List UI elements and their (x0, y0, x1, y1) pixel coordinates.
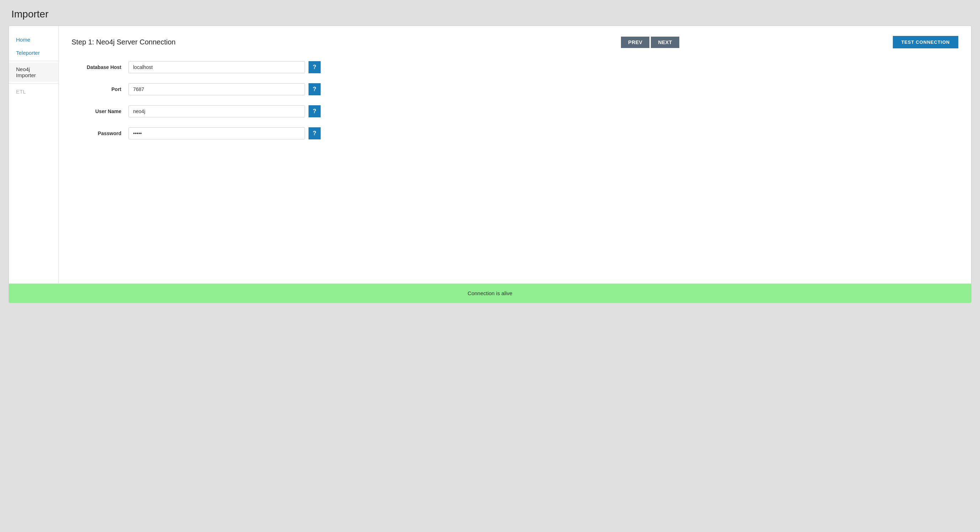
sidebar-item-neo4j-importer[interactable]: Neo4j Importer (9, 63, 58, 82)
label-user-name: User Name (72, 108, 129, 114)
step-nav-buttons: PREV NEXT (621, 37, 679, 48)
help-button-user-name[interactable]: ? (309, 105, 321, 118)
main-container: Home Teleporter Neo4j Importer ETL Step … (8, 25, 972, 303)
form-row-password: Password ? (72, 127, 321, 140)
label-password: Password (72, 130, 129, 136)
top-right-actions: TEST CONNECTION (893, 36, 958, 48)
form-section: Database Host ? Port ? User Name ? (72, 61, 321, 140)
sidebar-item-home-label: Home (16, 37, 30, 43)
main-content: Step 1: Neo4j Server Connection PREV NEX… (59, 26, 971, 283)
form-row-database-host: Database Host ? (72, 61, 321, 73)
label-port: Port (72, 86, 129, 92)
input-user-name[interactable] (129, 105, 305, 118)
sidebar-item-neo4j-importer-label: Neo4j Importer (16, 66, 36, 78)
sidebar-item-home[interactable]: Home (9, 33, 58, 46)
status-bar: Connection is alive (9, 283, 971, 303)
help-button-password[interactable]: ? (309, 127, 321, 140)
sidebar-item-etl: ETL (9, 85, 58, 98)
input-password[interactable] (129, 127, 305, 140)
prev-button[interactable]: PREV (621, 37, 649, 48)
help-button-database-host[interactable]: ? (309, 61, 321, 73)
input-database-host[interactable] (129, 61, 305, 73)
sidebar-item-teleporter[interactable]: Teleporter (9, 46, 58, 59)
next-button[interactable]: NEXT (651, 37, 679, 48)
page-title: Importer (0, 0, 980, 25)
test-connection-button[interactable]: TEST CONNECTION (893, 36, 958, 48)
step-header: Step 1: Neo4j Server Connection PREV NEX… (72, 36, 958, 48)
input-port[interactable] (129, 83, 305, 95)
sidebar-item-teleporter-label: Teleporter (16, 50, 40, 56)
help-button-port[interactable]: ? (309, 83, 321, 95)
status-message: Connection is alive (468, 290, 512, 296)
sidebar: Home Teleporter Neo4j Importer ETL (9, 26, 59, 283)
content-area: Home Teleporter Neo4j Importer ETL Step … (9, 26, 971, 283)
sidebar-divider (9, 61, 58, 61)
form-row-user-name: User Name ? (72, 105, 321, 118)
label-database-host: Database Host (72, 64, 129, 70)
step-title: Step 1: Neo4j Server Connection (72, 38, 175, 46)
sidebar-divider-2 (9, 83, 58, 84)
sidebar-item-etl-label: ETL (16, 89, 26, 95)
form-row-port: Port ? (72, 83, 321, 95)
